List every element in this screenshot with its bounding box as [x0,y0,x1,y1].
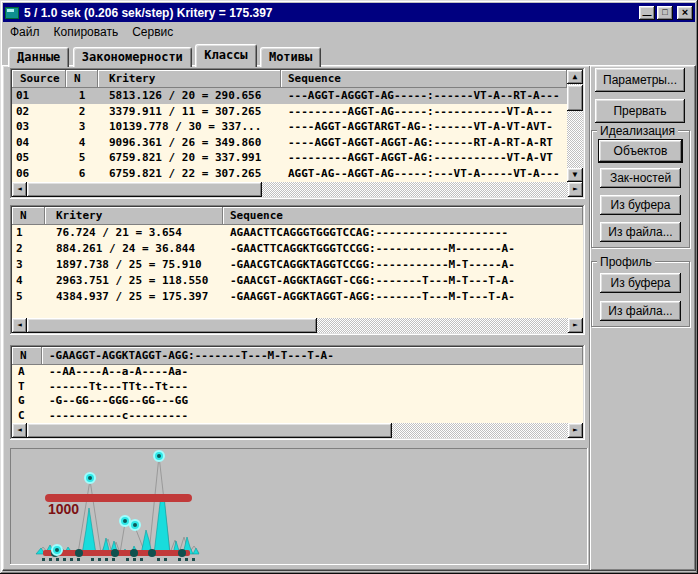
cell-source: 03 [12,119,66,135]
col-header-n: N [66,70,98,88]
col-header-n: N [12,347,42,365]
scroll-right-icon[interactable]: ► [568,182,583,197]
menu-file[interactable]: Файл [3,23,47,41]
table-row[interactable]: 06 6 6759.821 / 22 = 307.265 AGGT-AG--AG… [12,166,567,182]
profile-chart: 1000 [10,448,588,565]
table-row[interactable]: 4 2963.751 / 25 = 118.550 -GAACGT-AGGKTA… [12,273,583,289]
cell-source: 04 [12,135,66,151]
cell-kritery: 3379.911 / 11 = 307.265 [98,104,281,120]
cell-kritery: 2963.751 / 25 = 118.550 [45,273,223,289]
col-header-n: N [12,207,45,225]
profile-chart-svg: 1000 [12,450,586,563]
table-row[interactable]: 05 5 6759.821 / 20 = 337.991 ---------AG… [12,150,567,166]
parameters-button[interactable]: Параметры... [595,68,685,92]
cell-sequence: ----AGGT-AGGTARGT-AG-:------VT-A-VT-AVT- [281,119,567,135]
scrollbar-thumb[interactable] [567,85,583,111]
cell-n: C [12,409,42,424]
cell-kritery: 4384.937 / 25 = 175.397 [45,289,223,305]
window-title: 5 / 1.0 sek (0.206 sek/step) Kritery = 1… [24,6,637,20]
horizontal-scrollbar: ◄ ► [12,318,583,333]
cell-n: 1 [12,225,45,241]
cell-source: 05 [12,150,66,166]
app-icon[interactable] [5,7,19,19]
table-row[interactable]: 2 884.261 / 24 = 36.844 -GAACTTCAGGKTGGG… [12,241,583,257]
table-row[interactable]: 01 1 5813.126 / 20 = 290.656 ---AGGT-AGG… [12,88,567,104]
tab-motifs[interactable]: Мотивы [260,47,321,67]
table-row[interactable]: G -G--GG---GGG--GG---GG [12,394,583,409]
idealize-from-buffer-button[interactable]: Из буфера [600,195,681,215]
cell-sequence: -GAACTTCAGGKTGGGTCCGG:-----------M------… [223,241,583,257]
idealize-patterns-label: Зак-ностей [600,168,681,188]
idealize-objects-label: Объектов [599,140,682,162]
scroll-down-icon[interactable]: ▼ [567,168,583,182]
scroll-left-icon[interactable]: ◄ [12,182,27,197]
idealize-objects-button[interactable]: Объектов [599,140,682,162]
profile-from-file-button[interactable]: Из файла... [600,301,681,321]
cell-n: 2 [12,241,45,257]
motif-table-body: A --AA----A--a-A----Aa- T ------Tt---TTt… [12,365,583,423]
cell-kritery: 1897.738 / 25 = 75.910 [45,257,223,273]
cell-kritery: 6759.821 / 20 = 337.991 [98,150,281,166]
motif-table-header: N -GAAGGT-AGGKTAGGT-AGG:-------T---M-T--… [12,347,583,365]
table-row[interactable]: 02 2 3379.911 / 11 = 307.265 ---------AG… [12,104,567,120]
cell-n: 4 [12,273,45,289]
table-row[interactable]: 04 4 9096.361 / 26 = 349.860 ----AGGT-AG… [12,135,567,151]
cell-sequence: ----AGGT-AGGT-AGGT-AG:------RT-A-RT-A-RT [281,135,567,151]
col-header-sequence: -GAAGGT-AGGKTAGGT-AGG:-------T---M-T---T… [42,347,583,365]
horizontal-scrollbar: ◄ ► [12,423,583,438]
scrollbar-thumb[interactable] [27,182,262,197]
table-row[interactable]: 3 1897.738 / 25 = 75.910 -GAACGTCAGGKTAG… [12,257,583,273]
cell-sequence: ---------AGGT-AG-----:-----------VT-A--- [281,104,567,120]
col-header-kritery: Kritery [98,70,281,88]
table-row[interactable]: A --AA----A--a-A----Aa- [12,365,583,380]
maximize-button[interactable]: □ [657,6,673,20]
table-row[interactable]: T ------Tt---TTt--Tt--- [12,380,583,395]
cell-kritery: 6759.821 / 22 = 307.265 [98,166,281,182]
interrupt-button[interactable]: Прервать [595,99,685,123]
cell-kritery: 76.724 / 21 = 3.654 [45,225,223,241]
idealize-from-file-button[interactable]: Из файла... [600,222,681,242]
cell-source: 01 [12,88,66,104]
cell-n: 3 [66,119,98,135]
close-button[interactable]: × [677,6,693,20]
col-header-sequence: Sequence [223,207,583,225]
steps-table-header: N Kritery Sequence [12,207,583,225]
scrollbar-thumb[interactable] [27,318,317,333]
cell-n: 5 [66,150,98,166]
cell-n: 3 [12,257,45,273]
horizontal-scrollbar: ◄ ► [12,182,583,197]
tab-patterns[interactable]: Закономерности [73,47,192,67]
cell-source: 06 [12,166,66,182]
minimize-button[interactable]: — [639,6,655,20]
baseline-ticks [42,558,195,561]
menu-service[interactable]: Сервис [125,23,180,41]
idealize-patterns-button[interactable]: Зак-ностей [600,168,681,188]
menu-copy[interactable]: Копировать [47,23,126,41]
cell-n: G [12,394,42,409]
idealize-from-file-label: Из файла... [600,222,681,242]
title-bar[interactable]: 5 / 1.0 sek (0.206 sek/step) Kritery = 1… [3,3,695,22]
profile-from-file-label: Из файла... [600,301,681,321]
scrollbar-thumb[interactable] [27,423,392,438]
table-row[interactable]: 5 4384.937 / 25 = 175.397 -GAAGGT-AGGKTA… [12,289,583,305]
threshold-label: 1000 [48,501,79,517]
tab-strip: Данные Закономерности Классы Мотивы [8,44,321,66]
scroll-up-icon[interactable]: ▲ [567,70,583,84]
cell-source: 02 [12,104,66,120]
scroll-right-icon[interactable]: ► [568,318,583,333]
cell-n: 2 [66,104,98,120]
profile-group-label: Профиль [597,255,655,269]
scroll-left-icon[interactable]: ◄ [12,423,27,438]
tab-data[interactable]: Данные [8,47,69,67]
tab-classes[interactable]: Классы [195,44,256,67]
cell-sequence: -G--GG---GGG--GG---GG [42,394,583,409]
idealization-group-label: Идеализация [597,124,678,138]
table-row[interactable]: 1 76.724 / 21 = 3.654 AGAACTTCAGGGTGGGTC… [12,225,583,241]
scroll-left-icon[interactable]: ◄ [12,318,27,333]
profile-from-buffer-button[interactable]: Из буфера [600,273,681,293]
table-row[interactable]: 03 3 10139.778 / 30 = 337... ----AGGT-AG… [12,119,567,135]
scroll-right-icon[interactable]: ► [568,423,583,438]
table-row[interactable]: C -----------c--------- [12,409,583,424]
vertical-scrollbar: ▲ ▼ [567,70,583,182]
cell-sequence: -GAACGT-AGGKTAGGT-CGG:-------T---M-T---T… [223,273,583,289]
